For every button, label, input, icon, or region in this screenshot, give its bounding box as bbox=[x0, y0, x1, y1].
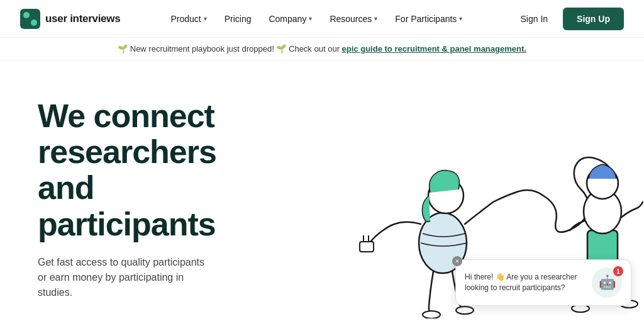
hero-subtitle: Get fast access to quality participants … bbox=[38, 255, 214, 300]
svg-point-6 bbox=[456, 307, 474, 314]
nav-item-resources[interactable]: Resources ▾ bbox=[322, 9, 385, 29]
chevron-down-icon: ▾ bbox=[309, 15, 312, 22]
nav-item-for-participants[interactable]: For Participants ▾ bbox=[387, 9, 470, 29]
hero-title: We connect researchers and participants bbox=[38, 98, 277, 242]
chat-avatar-icon: 🤖 bbox=[599, 274, 616, 291]
nav-item-pricing[interactable]: Pricing bbox=[217, 9, 259, 29]
chat-message: Hi there! 👋 Are you a researcher looking… bbox=[465, 272, 586, 293]
nav-item-company[interactable]: Company ▾ bbox=[261, 9, 319, 29]
logo-icon bbox=[20, 9, 40, 29]
chat-widget: ✕ Hi there! 👋 Are you a researcher looki… bbox=[455, 259, 631, 306]
sign-in-button[interactable]: Sign In bbox=[513, 9, 556, 29]
nav-item-product[interactable]: Product ▾ bbox=[163, 9, 214, 29]
logo-text: user interviews bbox=[45, 13, 120, 25]
svg-point-5 bbox=[423, 311, 440, 318]
chat-close-button[interactable]: ✕ bbox=[452, 256, 462, 266]
chat-avatar: 🤖 1 bbox=[592, 268, 622, 298]
sign-up-button[interactable]: Sign Up bbox=[563, 8, 624, 30]
nav-links: Product ▾ Pricing Company ▾ Resources ▾ … bbox=[163, 9, 470, 29]
chevron-down-icon: ▾ bbox=[374, 15, 377, 22]
navbar: user interviews Product ▾ Pricing Compan… bbox=[0, 0, 644, 38]
banner-link[interactable]: epic guide to recruitment & panel manage… bbox=[342, 44, 526, 54]
hero-text: We connect researchers and participants … bbox=[38, 98, 277, 318]
nav-actions: Sign In Sign Up bbox=[513, 8, 624, 30]
svg-rect-2 bbox=[360, 242, 374, 252]
chat-badge: 1 bbox=[613, 266, 623, 276]
chevron-down-icon: ▾ bbox=[204, 15, 207, 22]
logo[interactable]: user interviews bbox=[20, 9, 120, 29]
chevron-down-icon: ▾ bbox=[459, 15, 462, 22]
hero-section: We connect researchers and participants … bbox=[0, 60, 644, 318]
announcement-banner: 🌱 New recruitment playbook just dropped!… bbox=[0, 38, 644, 60]
